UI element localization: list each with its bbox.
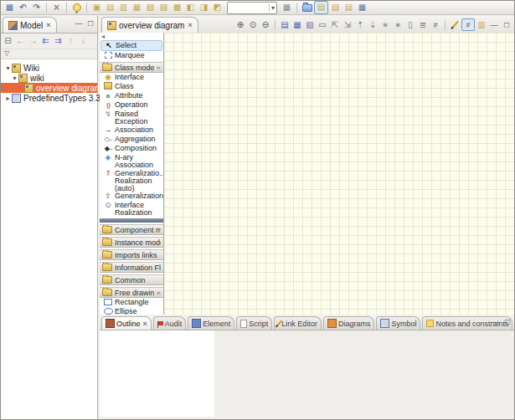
collapse-all-icon[interactable]: ⊟ — [3, 36, 13, 46]
redo-button[interactable] — [30, 2, 43, 13]
tree-item-wiki-package[interactable]: ▾ wiki — [1, 73, 97, 83]
palette-item-interface[interactable]: Interface — [100, 73, 163, 82]
palette-item-composition[interactable]: Composition — [100, 144, 163, 153]
details-table-button[interactable] — [356, 2, 368, 13]
view-button-2[interactable] — [329, 2, 342, 13]
open-folder-button[interactable] — [301, 2, 313, 13]
move-up-icon[interactable]: ↑ — [65, 36, 76, 46]
tab-script[interactable]: Script — [236, 316, 272, 330]
palette-item-nary-association[interactable]: N-ary Association — [100, 153, 163, 169]
save-diagram-button[interactable] — [291, 19, 303, 30]
columns-button[interactable] — [476, 19, 487, 30]
expander-open-icon[interactable]: ▾ — [4, 64, 12, 72]
bracket-button[interactable] — [404, 19, 416, 30]
hint-button[interactable] — [70, 2, 83, 13]
tab-outline[interactable]: Outline × — [101, 316, 152, 330]
create-element-button-2[interactable] — [104, 2, 116, 13]
create-element-button-9[interactable] — [198, 2, 210, 13]
create-element-button-10[interactable] — [211, 2, 224, 13]
maximize-view-button[interactable] — [86, 19, 95, 28]
forward-arrow-icon[interactable]: → — [28, 36, 39, 46]
create-element-button-7[interactable] — [171, 2, 183, 13]
palette-section-free-drawing[interactable]: Free drawing — [100, 287, 163, 298]
palette-item-aggregation[interactable]: Aggregation — [100, 135, 163, 144]
maximize-editor-button[interactable] — [501, 19, 512, 30]
tab-element[interactable]: Element — [188, 316, 234, 330]
create-element-button-1[interactable] — [90, 2, 103, 13]
zoom-in-button[interactable] — [234, 19, 246, 30]
align-button-3[interactable] — [354, 19, 366, 30]
palette-item-generalization-realization-auto[interactable]: Generalizatio... Realization (auto) — [100, 169, 163, 192]
palette-collapse-arrow-icon[interactable]: ◂ — [100, 33, 163, 40]
palette-section-common[interactable]: Common — [100, 274, 163, 285]
delete-button[interactable] — [50, 2, 63, 13]
tab-model[interactable]: Model × — [3, 17, 57, 33]
partially-scrolled-section-header[interactable] — [100, 218, 163, 223]
distribute-button[interactable] — [417, 19, 429, 30]
view-button-3[interactable] — [342, 2, 355, 13]
palette-tool-marquee[interactable]: Marquee — [100, 51, 163, 60]
create-element-button-5[interactable] — [144, 2, 157, 13]
palette-item-association[interactable]: Association — [100, 125, 163, 135]
palette-item-interface-realization[interactable]: Interface Realization — [100, 201, 163, 217]
align-button-1[interactable] — [329, 19, 341, 30]
view-menu-arrow-icon[interactable]: ▽ — [1, 49, 97, 59]
create-element-button-4[interactable] — [131, 2, 143, 13]
undo-button[interactable] — [17, 2, 29, 13]
create-element-button-3[interactable] — [117, 2, 130, 13]
tree-item-overview-diagram[interactable]: overview diagram — [1, 83, 97, 93]
palette-item-generalization[interactable]: Generalization — [100, 192, 163, 201]
element-combo[interactable] — [227, 2, 277, 14]
align-button-4[interactable] — [367, 19, 379, 30]
center-v-button[interactable] — [392, 19, 404, 30]
save-button[interactable] — [3, 2, 16, 13]
snap-grid-button[interactable] — [461, 18, 475, 31]
palette-item-rectangle[interactable]: Rectangle — [100, 298, 163, 307]
export-button[interactable] — [304, 19, 316, 30]
close-icon[interactable]: × — [188, 21, 192, 29]
grid-button[interactable] — [430, 19, 441, 30]
close-icon[interactable]: × — [143, 320, 147, 328]
palette-item-ellipse[interactable]: Ellipse — [100, 307, 163, 315]
tree-item-wiki-project[interactable]: ▾ Wiki — [1, 63, 97, 73]
minimize-bottom-panel-button[interactable] — [492, 318, 500, 326]
move-down-icon[interactable]: ↓ — [78, 36, 89, 46]
palette-section-component-model[interactable]: Component mo... — [100, 224, 163, 235]
palette-item-class[interactable]: Class — [100, 82, 163, 91]
back-arrow-icon[interactable]: ← — [15, 36, 26, 46]
tab-overview-diagram[interactable]: overview diagram × — [101, 17, 198, 33]
zoom-100-button[interactable] — [247, 19, 259, 30]
palette-tool-select[interactable]: Select — [100, 40, 162, 51]
minimize-view-button[interactable] — [75, 19, 83, 28]
expander-open-icon[interactable]: ▾ — [11, 74, 18, 82]
related-right-icon[interactable]: ⇉ — [53, 36, 64, 46]
diagram-canvas[interactable] — [164, 33, 514, 315]
create-element-button-6[interactable] — [157, 2, 170, 13]
tab-diagrams[interactable]: Diagrams — [323, 316, 375, 330]
tab-link-editor[interactable]: Link Editor — [274, 316, 322, 330]
palette-item-raised-exception[interactable]: Raised Exception — [100, 110, 163, 125]
palette-section-imports-links[interactable]: Imports links — [100, 249, 163, 260]
palette-section-information-flow[interactable]: Information Flo... — [100, 262, 163, 273]
create-element-button-8[interactable] — [184, 2, 197, 13]
palette-section-class-model[interactable]: Class model — [100, 62, 163, 73]
minimize-editor-button[interactable] — [488, 19, 500, 30]
print-button[interactable] — [279, 19, 291, 30]
close-icon[interactable]: × — [46, 21, 50, 29]
fit-window-button[interactable] — [317, 19, 328, 30]
tab-audit[interactable]: Audit — [153, 316, 187, 330]
palette-section-instance-model[interactable]: Instance model — [100, 237, 163, 248]
tree-item-predefined-types[interactable]: ▸ PredefinedTypes 3.3.00 — [1, 93, 97, 103]
edit-pencil-button[interactable] — [449, 19, 461, 30]
related-left-icon[interactable]: ⇇ — [40, 36, 51, 46]
palette-item-attribute[interactable]: Attribute — [100, 91, 163, 100]
zoom-out-button[interactable] — [260, 19, 271, 30]
outline-view[interactable] — [100, 330, 214, 417]
expander-closed-icon[interactable]: ▸ — [4, 95, 12, 102]
table-button[interactable] — [281, 2, 293, 13]
model-view-button[interactable] — [314, 1, 328, 14]
align-button-2[interactable] — [342, 19, 353, 30]
maximize-bottom-panel-button[interactable] — [503, 318, 512, 326]
tab-symbol[interactable]: Symbol — [376, 316, 420, 330]
palette-item-operation[interactable]: Operation — [100, 100, 163, 110]
